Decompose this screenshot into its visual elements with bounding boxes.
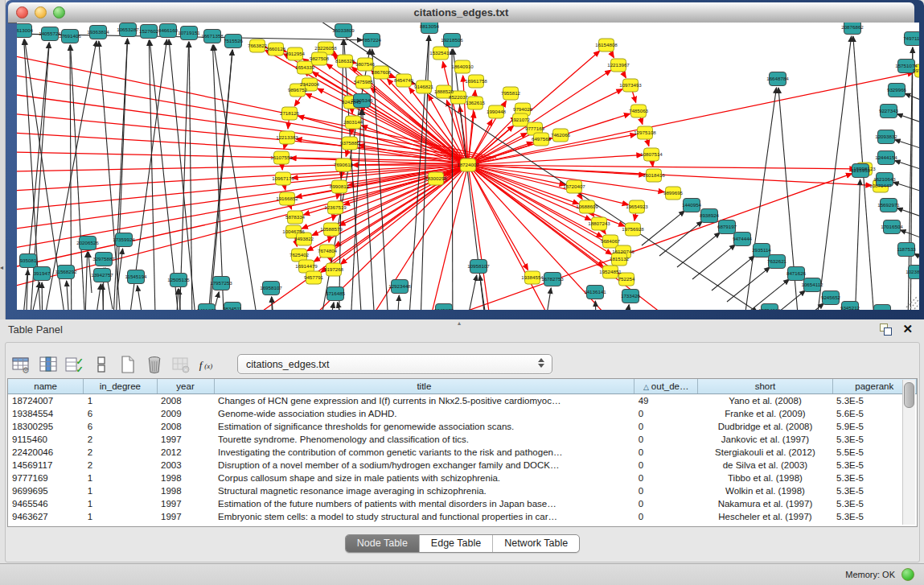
column-header-short[interactable]: short xyxy=(698,379,832,394)
cell-name[interactable]: 9115460 xyxy=(8,433,84,446)
column-header-in_degree[interactable]: in_degree xyxy=(84,379,157,394)
table-selector-dropdown[interactable]: citations_edges.txt xyxy=(237,354,552,374)
table-settings-icon[interactable]: ⚙ xyxy=(10,354,33,376)
graph-node-label: 7857224 xyxy=(362,37,382,43)
cell-in_degree[interactable]: 1 xyxy=(84,510,157,523)
cell-name[interactable]: 18724007 xyxy=(8,394,84,408)
cell-title[interactable]: Changes of HCN gene expression and I(f) … xyxy=(214,394,634,408)
table-column-icon[interactable] xyxy=(37,354,60,376)
cell-out_degree[interactable]: 0 xyxy=(634,472,698,484)
cell-title[interactable]: Investigating the contribution of common… xyxy=(214,446,634,459)
column-header-out_degree[interactable]: △out_de… xyxy=(634,379,698,394)
close-panel-icon[interactable]: ✕ xyxy=(902,323,913,335)
cell-in_degree[interactable]: 6 xyxy=(84,407,157,420)
table-row[interactable]: 946554611997Estimation of the future num… xyxy=(8,497,917,510)
tab-edge-table[interactable]: Edge Table xyxy=(419,535,492,552)
cell-out_degree[interactable]: 0 xyxy=(634,484,698,497)
cell-name[interactable]: 19384554 xyxy=(8,407,84,420)
vertical-scrollbar[interactable] xyxy=(902,380,915,525)
memory-ok-indicator[interactable] xyxy=(901,568,914,581)
cell-out_degree[interactable]: 0 xyxy=(634,446,698,459)
cell-name[interactable]: 9465546 xyxy=(8,497,84,510)
cell-year[interactable]: 1997 xyxy=(157,433,214,446)
table-row[interactable]: 1456911722003Disruption of a novel membe… xyxy=(8,459,917,472)
cell-year[interactable]: 1997 xyxy=(157,510,214,523)
cell-short[interactable]: Franke et al. (2009) xyxy=(698,407,832,420)
cell-year[interactable]: 2003 xyxy=(157,459,214,472)
network-canvas[interactable]: 1872400718300295193845547663822866012889… xyxy=(17,23,919,310)
table-row[interactable]: 969969511998Structural magnetic resonanc… xyxy=(8,484,917,497)
cell-name[interactable]: 9777169 xyxy=(8,472,84,484)
cell-short[interactable]: Yano et al. (2008) xyxy=(698,394,832,408)
window-titlebar[interactable]: citations_edges.txt xyxy=(8,2,914,23)
cell-year[interactable]: 1998 xyxy=(157,472,214,484)
cell-year[interactable]: 1998 xyxy=(157,484,214,497)
cell-title[interactable]: Estimation of the future numbers of pati… xyxy=(214,497,634,510)
cell-name[interactable]: 18300295 xyxy=(8,420,84,433)
cell-in_degree[interactable]: 1 xyxy=(84,472,157,484)
table-row[interactable]: 911546021997Tourette syndrome. Phenomeno… xyxy=(8,433,917,446)
cell-in_degree[interactable]: 1 xyxy=(84,484,157,497)
column-header-year[interactable]: year xyxy=(157,379,214,394)
cell-in_degree[interactable]: 2 xyxy=(84,446,157,459)
rows-icon[interactable] xyxy=(90,354,113,376)
cell-in_degree[interactable]: 1 xyxy=(84,497,157,510)
cell-title[interactable]: Structural magnetic resonance image aver… xyxy=(214,484,634,497)
cell-out_degree[interactable]: 0 xyxy=(634,459,698,472)
cell-year[interactable]: 2008 xyxy=(157,394,214,408)
table-row[interactable]: 977716911998Corpus callosum shape and si… xyxy=(8,472,917,484)
cell-title[interactable]: Tourette syndrome. Phenomenology and cla… xyxy=(214,433,634,446)
cell-short[interactable]: Stergiakouli et al. (2012) xyxy=(698,446,832,459)
tab-network-table[interactable]: Network Table xyxy=(492,535,579,552)
collapse-panel-arrow-icon[interactable]: ◂ xyxy=(0,264,3,271)
cell-title[interactable]: Embryonic stem cells: a model to study s… xyxy=(214,510,634,523)
graph-node-label: 14136141 xyxy=(584,289,606,295)
cell-title[interactable]: Estimation of significance thresholds fo… xyxy=(214,420,634,433)
graph-node-label: 1815132 xyxy=(610,256,630,262)
cell-out_degree[interactable]: 0 xyxy=(634,433,698,446)
cell-in_degree[interactable]: 6 xyxy=(84,420,157,433)
table-row[interactable]: 1830029562008Estimation of significance … xyxy=(8,420,917,433)
column-header-name[interactable]: name xyxy=(8,379,84,394)
cell-out_degree[interactable]: 0 xyxy=(634,510,698,523)
new-table-icon[interactable] xyxy=(117,354,139,376)
cell-name[interactable]: 9463627 xyxy=(8,510,84,523)
cell-year[interactable]: 2009 xyxy=(157,407,214,420)
cell-out_degree[interactable]: 0 xyxy=(634,420,698,433)
function-builder-icon[interactable]: f (x) xyxy=(196,354,219,376)
cell-out_degree[interactable]: 0 xyxy=(634,407,698,420)
cell-title[interactable]: Disruption of a novel member of a sodium… xyxy=(214,459,634,472)
graph-node-label: 8613004 xyxy=(17,27,34,33)
cell-in_degree[interactable]: 1 xyxy=(84,394,157,408)
cell-title[interactable]: Corpus callosum shape and size in male p… xyxy=(214,472,634,484)
cell-short[interactable]: Dudbridge et al. (2008) xyxy=(698,420,832,433)
cell-short[interactable]: Jankovic et al. (1997) xyxy=(698,433,832,446)
cell-year[interactable]: 1997 xyxy=(157,497,214,510)
cell-short[interactable]: Nakamura et al. (1997) xyxy=(698,497,832,510)
cell-name[interactable]: 9699695 xyxy=(8,484,84,497)
tab-node-table[interactable]: Node Table xyxy=(346,535,419,552)
cell-short[interactable]: de Silva et al. (2003) xyxy=(698,459,832,472)
cell-name[interactable]: 22420046 xyxy=(8,446,84,459)
float-window-icon[interactable] xyxy=(880,323,891,335)
table-row[interactable]: 946362711997Embryonic stem cells: a mode… xyxy=(8,510,917,523)
cell-title[interactable]: Genome-wide association studies in ADHD. xyxy=(214,407,634,420)
cell-short[interactable]: Hescheler et al. (1997) xyxy=(698,510,832,523)
cell-out_degree[interactable]: 49 xyxy=(634,394,698,408)
table-row[interactable]: 2242004622012Investigating the contribut… xyxy=(8,446,917,459)
citation-network-graph[interactable]: 1872400718300295193845547663822866012889… xyxy=(17,23,919,310)
cell-year[interactable]: 2012 xyxy=(157,446,214,459)
table-row[interactable]: 1938455462009Genome-wide association stu… xyxy=(8,407,917,420)
table-row[interactable]: 1872400712008Changes of HCN gene express… xyxy=(8,394,917,408)
cell-out_degree[interactable]: 0 xyxy=(634,497,698,510)
cell-short[interactable]: Tibbo et al. (1998) xyxy=(698,472,832,484)
row-select-icon[interactable]: ✓ ✓ xyxy=(64,354,86,376)
scrollbar-thumb[interactable] xyxy=(904,382,914,408)
column-header-title[interactable]: title xyxy=(214,379,634,394)
cell-in_degree[interactable]: 2 xyxy=(84,433,157,446)
cell-short[interactable]: Wolkin et al. (1998) xyxy=(698,484,832,497)
cell-name[interactable]: 14569117 xyxy=(8,459,84,472)
cell-in_degree[interactable]: 2 xyxy=(84,459,157,472)
cell-year[interactable]: 2008 xyxy=(157,420,214,433)
delete-table-icon[interactable] xyxy=(143,354,166,376)
